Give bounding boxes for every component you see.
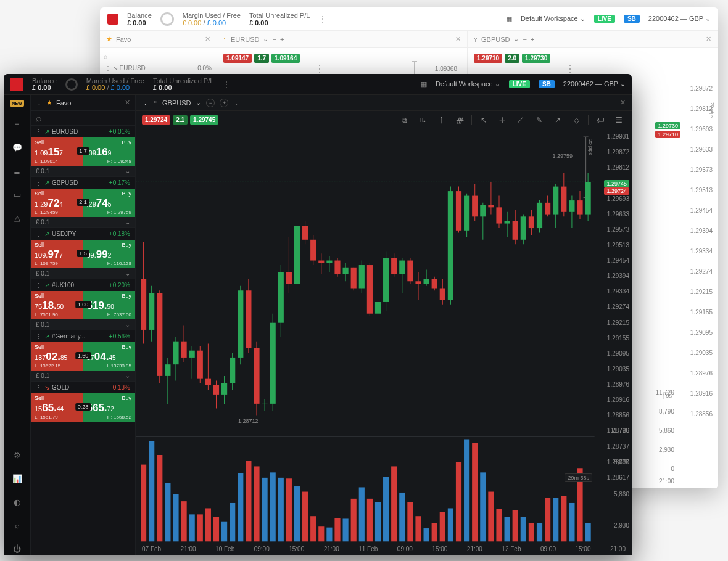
svg-rect-90	[359, 487, 365, 541]
workspace-select[interactable]: Default Workspace ⌄	[436, 80, 500, 88]
interval-icon[interactable]: ⧉	[397, 113, 411, 127]
svg-rect-21	[173, 494, 178, 542]
instrument-USDJPY[interactable]: ⋮ ↗ USDJPY+0.18% Sell109.977L: 109.759 1…	[31, 228, 135, 279]
close-icon[interactable]: ✕	[706, 35, 711, 43]
svg-rect-81	[334, 518, 340, 541]
light-gbpusd-tab[interactable]: ⫯GBPUSD ⌄ −+✕	[468, 31, 718, 48]
svg-rect-32	[205, 379, 211, 385]
account-select[interactable]: 22000462 — GBP ⌄	[648, 15, 711, 23]
balance-label: Balance	[127, 12, 152, 19]
shape-icon[interactable]: ◇	[569, 113, 583, 127]
orders-icon[interactable]: ≣	[11, 165, 23, 177]
close-icon[interactable]: ✕	[455, 35, 461, 43]
more-icon[interactable]: ⋮	[233, 99, 240, 107]
settings-icon[interactable]: ⚙	[11, 449, 23, 461]
workspace-select[interactable]: Default Workspace ⌄	[521, 15, 585, 23]
buy-button[interactable]: Buy09.992H: 110.128	[83, 240, 136, 268]
minus-icon[interactable]: −	[523, 36, 526, 43]
svg-rect-93	[367, 499, 373, 541]
theme-icon[interactable]: ◐	[11, 496, 23, 508]
svg-rect-101	[391, 258, 397, 274]
tag-icon[interactable]: 🏷	[594, 113, 607, 127]
layout-icon[interactable]: ▦	[421, 80, 427, 88]
light-fav-tab[interactable]: ★Favo✕	[100, 31, 217, 48]
more-icon[interactable]: ⋮	[222, 80, 231, 89]
buy-button[interactable]: Buy.09169H: 1.09248	[83, 137, 136, 166]
svg-rect-111	[415, 516, 421, 541]
minus-icon[interactable]: −	[272, 36, 276, 43]
balance-label: Balance	[32, 78, 57, 84]
margin-ring-icon	[160, 12, 174, 26]
chart-icon: ⫯	[223, 36, 227, 43]
bell-icon[interactable]: △	[11, 211, 23, 224]
list-icon[interactable]: ☰	[612, 113, 626, 127]
svg-rect-143	[505, 221, 510, 224]
plus-icon[interactable]: +	[220, 99, 228, 107]
card-icon[interactable]: ▭	[11, 188, 23, 200]
light-eurusd-tab[interactable]: ⫯EURUSD ⌄ −+✕	[217, 31, 468, 48]
lot-select[interactable]: £ 0.1⌄	[31, 371, 135, 381]
svg-rect-53	[262, 404, 268, 404]
stats-icon[interactable]: 📊	[11, 472, 23, 485]
chat-icon[interactable]: 💬	[11, 141, 23, 154]
line-icon[interactable]: ／	[514, 113, 527, 127]
side-rail: NEW ＋ 💬 ≣ ▭ △ ⚙ 📊 ◐ ⌕ ⏻	[4, 95, 31, 555]
svg-rect-159	[545, 498, 550, 541]
instrument-#Germany...[interactable]: ⋮ ↗ #Germany...+0.56% Sell13702.85L: 136…	[31, 330, 135, 382]
new-badge[interactable]: NEW	[10, 100, 23, 107]
h1-icon[interactable]: H₁	[416, 113, 429, 127]
help-icon[interactable]: ⌕	[11, 519, 23, 531]
svg-rect-105	[399, 493, 405, 541]
svg-rect-14	[157, 293, 162, 376]
instrument-GOLD[interactable]: ⋮ ↘ GOLD-0.13% Sell1565.44L: 1561.79 0.2…	[31, 382, 135, 422]
lot-select[interactable]: £ 0.1⌄	[31, 319, 135, 330]
minus-icon[interactable]: −	[206, 99, 215, 107]
brush-icon[interactable]: ✎	[532, 113, 546, 127]
cursor-icon[interactable]: ↖	[477, 113, 490, 127]
search-icon[interactable]: ⌕	[104, 52, 213, 61]
low-label: 1.28712	[238, 418, 259, 424]
svg-rect-165	[561, 496, 566, 542]
svg-rect-84	[343, 518, 349, 541]
svg-rect-122	[448, 191, 453, 300]
fav-tab[interactable]: ⋮ ★Favo✕	[31, 95, 135, 111]
trend-icon[interactable]: ↗	[551, 113, 565, 127]
ask-tag: 1.29745	[604, 180, 629, 187]
chart-canvas[interactable]: 1.299311.298721.298121.297521.296931.296…	[136, 129, 632, 543]
layout-icon[interactable]: ▦	[506, 15, 512, 23]
svg-rect-132	[472, 443, 478, 541]
svg-rect-144	[505, 517, 510, 542]
svg-rect-137	[488, 205, 494, 208]
instrument-EURUSD[interactable]: ⋮ ↗ EURUSD+0.01% Sell1.09157L: 1.09014 1…	[31, 126, 135, 177]
instrument-#UK100[interactable]: ⋮ ↗ #UK100+0.20% Sell7518.50L: 7501.90 1…	[31, 279, 135, 330]
svg-rect-129	[464, 439, 469, 541]
plus-icon[interactable]: ＋	[11, 118, 23, 130]
account-select[interactable]: 22000462 — GBP ⌄	[563, 80, 626, 88]
search-input[interactable]: ⌕	[31, 111, 135, 126]
svg-rect-128	[464, 196, 469, 231]
sell-button[interactable]: Sell1.29724L: 1.29459	[31, 189, 83, 217]
lot-select[interactable]: £ 0.1⌄	[31, 268, 135, 279]
svg-rect-116	[432, 279, 437, 289]
indicator-icon[interactable]: ᚍ	[453, 113, 466, 127]
svg-rect-30	[197, 514, 203, 541]
buy-button[interactable]: Buy.29745H: 1.29759	[83, 189, 136, 217]
close-icon[interactable]: ✕	[620, 99, 626, 107]
logout-icon[interactable]: ⏻	[11, 543, 23, 555]
more-icon[interactable]: ⋮	[318, 14, 327, 24]
instrument-GBPUSD[interactable]: ⋮ ↗ GBPUSD+0.17% Sell1.29724L: 1.29459 2…	[31, 177, 135, 228]
crosshair-icon[interactable]: ✛	[495, 113, 509, 127]
candle-icon[interactable]: ᛙ	[434, 113, 448, 127]
chart-tab[interactable]: ⋮ ⫯ GBPUSD ⌄ − + ⋮ ✕	[136, 95, 632, 111]
plus-icon[interactable]: +	[280, 36, 284, 43]
lot-select[interactable]: £ 0.1⌄	[31, 166, 135, 176]
close-icon[interactable]: ✕	[125, 99, 130, 107]
svg-rect-8	[141, 279, 146, 330]
more-icon[interactable]: ⋮	[565, 63, 575, 75]
sell-button[interactable]: Sell109.977L: 109.759	[31, 240, 83, 268]
lot-select[interactable]: £ 0.1⌄	[31, 217, 135, 227]
close-icon[interactable]: ✕	[205, 35, 210, 43]
sell-button[interactable]: Sell1.09157L: 1.09014	[31, 137, 83, 166]
svg-rect-47	[246, 290, 251, 348]
plus-icon[interactable]: +	[531, 36, 534, 43]
